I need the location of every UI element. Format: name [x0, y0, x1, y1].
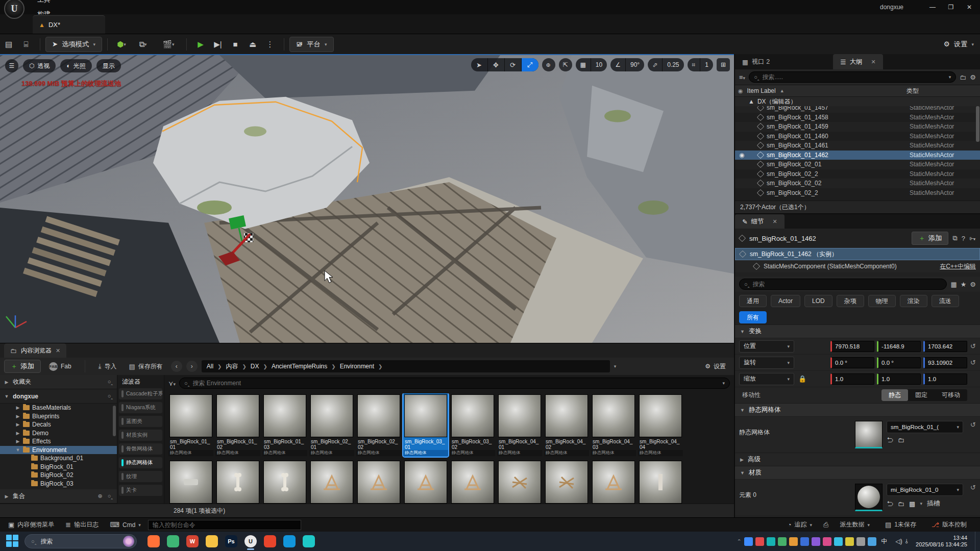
filter-chip[interactable]: 材质实例 [119, 430, 162, 441]
chip-all[interactable]: 所有 [739, 311, 767, 323]
outliner-row[interactable]: sm_BigRock_02_01StaticMeshActor [735, 160, 980, 169]
filter-icon[interactable]: ≡▾ [739, 73, 745, 81]
asset-tile-partial[interactable] [356, 460, 401, 504]
section-transform[interactable]: ▼ 变换 [735, 324, 980, 338]
save-all-button[interactable]: ▤ 保存所有 [125, 360, 166, 372]
favorites-header[interactable]: ▶ 收藏夹 ○‸ [0, 375, 117, 389]
frame-skip-icon[interactable]: ▶| [210, 37, 226, 52]
details-search-input[interactable] [752, 281, 942, 288]
filter-funnel-icon[interactable]: ⋎▾ [168, 380, 176, 387]
add-component-button[interactable]: ＋ 添加 [912, 232, 948, 245]
system-glyphs[interactable]: ◁) ⫰ [893, 538, 911, 545]
asset-tile[interactable]: sm_BigRock_01_01静态网格体 [168, 393, 213, 457]
app-qq[interactable] [280, 532, 299, 551]
folder-item[interactable]: ▶Blueprints [0, 412, 117, 421]
search-icon[interactable]: ○‸ [108, 379, 113, 385]
details-component-row[interactable]: StaticMeshComponent (StaticMeshComponent… [735, 260, 980, 272]
reset-icon[interactable]: ↺ [970, 359, 976, 366]
axis-y-value[interactable]: 0.0 ° [877, 357, 921, 368]
console-command-input[interactable] [148, 520, 301, 530]
outliner-row[interactable]: sm_BigRock_02_02StaticMeshActor [735, 179, 980, 188]
outliner-row[interactable]: sm_BigRock_01_1459StaticMeshActor [735, 122, 980, 132]
display-options-icon[interactable]: ▦ [950, 281, 957, 288]
tray-icon-10[interactable] [856, 537, 865, 546]
outliner-row[interactable]: sm_BigRock_01_1458StaticMeshActor [735, 113, 980, 122]
static-mesh-dropdown[interactable]: sm_BigRock_01_(▾ [887, 421, 963, 433]
material-dropdown[interactable]: mi_BigRock_01_0▾ [887, 484, 963, 496]
outliner-search-input[interactable] [763, 73, 946, 81]
platforms-button[interactable]: 🖳 平台 ▾ [289, 37, 334, 52]
asset-tile-partial[interactable] [544, 460, 589, 504]
filter-chip[interactable]: Niagara系统 [119, 402, 162, 413]
asset-tile[interactable]: sm_BigRock_04_02静态网格体 [544, 393, 589, 457]
scale-dropdown[interactable]: 缩放▾ [739, 373, 794, 385]
stop-button[interactable]: ■ [228, 37, 243, 52]
ime-indicator[interactable]: 中 [879, 537, 890, 546]
cinematics-button[interactable]: 🎬▾ [157, 37, 180, 52]
details-chip-5[interactable]: 渲染 [900, 295, 927, 307]
section-materials[interactable]: ▼ 材质 [735, 466, 980, 479]
axis-z-value[interactable]: 1.0 [923, 373, 967, 385]
asset-search[interactable]: ○‸ ▾ [179, 378, 730, 389]
maximize-viewport-icon[interactable]: ⊞ [717, 58, 730, 71]
asset-tile-partial[interactable] [262, 460, 307, 504]
asset-tile[interactable]: sm_BigRock_01_02静态网格体 [215, 393, 260, 457]
details-search[interactable]: ○‸ [739, 279, 947, 290]
asset-tile[interactable]: sm_BigRock_03_02静态网格体 [450, 393, 495, 457]
play-button[interactable]: ▶ [193, 37, 208, 52]
blueprint-icon[interactable]: ⧉ [952, 234, 957, 242]
minimize-button[interactable]: — [924, 1, 941, 13]
chevron-right-icon[interactable]: ▶ [15, 431, 20, 436]
tray-icon-11[interactable] [868, 537, 876, 546]
breadcrumb-item[interactable]: AncientTempleRuins [272, 363, 327, 370]
folder-item[interactable]: BigRock_01 [0, 463, 117, 471]
blueprints-button[interactable]: ⧉▾ [131, 37, 155, 52]
axis-y-value[interactable]: 1.0 [877, 373, 921, 385]
speaker-icon[interactable]: ◁) [896, 538, 902, 545]
content-browser-tab[interactable]: 🗀 内容浏览器 ✕ [4, 343, 66, 358]
breadcrumb-item[interactable]: 内容 [226, 362, 238, 371]
axis-x-value[interactable]: 0.0 ° [830, 357, 874, 368]
cb-add-button[interactable]: ＋ 添加 [4, 360, 41, 373]
outliner-search[interactable]: ○‸ ▾ [749, 71, 956, 83]
fab-button[interactable]: FAB Fab [45, 360, 76, 372]
app-unreal-editor[interactable]: U [241, 532, 260, 551]
app-app-red[interactable] [260, 532, 280, 551]
outliner-row[interactable]: sm_BigRock_01_1461StaticMeshActor [735, 141, 980, 151]
tab-viewport-2[interactable]: ▦ 视口 2 [735, 54, 777, 69]
filter-chip[interactable]: 蓝图类 [119, 416, 162, 427]
add-actor-button[interactable]: ⬢▾ [114, 37, 129, 52]
asset-search-input[interactable] [192, 380, 719, 387]
folder-item[interactable]: ▶BaseMaterials [0, 404, 117, 412]
move-tool-button[interactable]: ✥ [488, 58, 505, 71]
add-collection-icon[interactable]: ⊕ [97, 493, 102, 499]
unlock-icon[interactable]: 🗝 [969, 235, 976, 242]
tree-scrollbar[interactable] [113, 406, 116, 436]
insights-button[interactable]: ◔ 追踪 ▾ [783, 519, 816, 531]
tray-icon-3[interactable] [778, 537, 787, 546]
details-chip-4[interactable]: 物理 [868, 295, 896, 307]
breadcrumb-item[interactable]: All [207, 363, 213, 370]
axis-z-value[interactable]: 93.10902 [923, 357, 967, 368]
eye-icon[interactable]: ◉ [738, 88, 743, 94]
cb-settings-button[interactable]: ⚙ 设置 [701, 360, 730, 372]
settings-button[interactable]: ⚙ 设置 ▾ [938, 37, 980, 52]
help-icon[interactable]: ? [962, 235, 965, 242]
world-space-toggle-icon[interactable]: 🜨 [542, 58, 555, 71]
details-instance-row[interactable]: sm_BigRock_01_1462 （实例） [735, 248, 980, 260]
asset-tile-partial[interactable] [638, 460, 683, 504]
asset-tile[interactable]: sm_BigRock_01_03静态网格体 [262, 393, 307, 457]
taskbar-search[interactable]: ○‸ 搜索 [24, 534, 137, 548]
asset-tile[interactable]: sm_BigRock_04_03静态网格体 [591, 393, 636, 457]
asset-tile[interactable]: sm_BigRock_04_01静态网格体 [497, 393, 542, 457]
outliner-scrollbar[interactable] [976, 106, 979, 142]
outliner-row[interactable]: sm_BigRock_01_1460StaticMeshActor [735, 132, 980, 141]
lock-icon[interactable]: 🔒 [798, 375, 806, 383]
gear-icon[interactable]: ⚙ [970, 281, 976, 288]
menu-item-3[interactable]: 工具 [29, 0, 61, 7]
derived-data-button[interactable]: 派生数据 ▾ [836, 519, 874, 531]
edit-in-cpp-link[interactable]: 在C++中编辑 [940, 262, 976, 271]
mobility-option-0[interactable]: 静态 [881, 389, 908, 401]
details-chip-6[interactable]: 流送 [932, 295, 959, 307]
outliner-row[interactable]: sm_BigRock_01_1457StaticMeshActor [735, 106, 980, 113]
